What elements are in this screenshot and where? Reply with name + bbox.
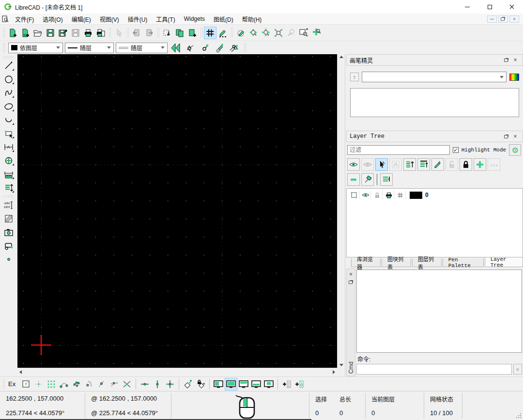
- show-all-layers-button[interactable]: [347, 158, 360, 171]
- ellipse-tool-button[interactable]: [2, 100, 15, 112]
- toolbar-drag-handle[interactable]: [244, 43, 246, 53]
- select-layer-cursor-button[interactable]: A: [375, 158, 388, 171]
- arc-tool-button[interactable]: [2, 114, 15, 126]
- open-file-button[interactable]: [31, 27, 44, 39]
- pen-wizard-list[interactable]: [350, 88, 519, 117]
- toolbar-drag-handle[interactable]: [2, 43, 5, 53]
- rename-layer-button[interactable]: A: [431, 158, 444, 171]
- restrict-orthogonal-button[interactable]: [164, 378, 176, 390]
- new-from-template-button[interactable]: [19, 27, 31, 39]
- mdi-close-button[interactable]: ×: [509, 15, 519, 23]
- match-layer-button[interactable]: A: [488, 158, 500, 171]
- restrict-horizontal-button[interactable]: [138, 378, 151, 390]
- float-panel-icon[interactable]: [502, 56, 511, 64]
- command-options-icon[interactable]: ≡: [513, 364, 522, 375]
- menu-options[interactable]: 选项(O): [38, 14, 67, 25]
- tab-layer-list[interactable]: 图层列表: [412, 258, 442, 267]
- undo-button[interactable]: [130, 27, 143, 39]
- maximize-button[interactable]: [478, 0, 501, 14]
- minimize-button[interactable]: [456, 0, 478, 14]
- zoom-pan-button[interactable]: [310, 27, 323, 39]
- zoom-out-button[interactable]: [260, 27, 272, 39]
- tab-library-browser[interactable]: 库浏览器: [351, 258, 381, 267]
- flatten-layer-button[interactable]: [380, 173, 393, 186]
- layer-name[interactable]: 0: [425, 192, 429, 198]
- menu-file[interactable]: 文件(F): [11, 14, 38, 25]
- circle-tool-button[interactable]: [2, 73, 15, 85]
- draft-mode-button[interactable]: [216, 27, 229, 39]
- scroll-left-arrow[interactable]: [19, 370, 22, 374]
- image-tool-button[interactable]: [2, 226, 15, 238]
- lock-relative-zero-button[interactable]: [194, 378, 207, 390]
- float-panel-icon[interactable]: [347, 278, 355, 286]
- snap-middle-button[interactable]: [95, 378, 108, 390]
- toolbar-drag-handle[interactable]: [231, 28, 233, 38]
- pen-wizard-combo[interactable]: [362, 72, 507, 82]
- snap-grid-button[interactable]: [32, 378, 45, 390]
- dock-bottom-button[interactable]: [250, 378, 262, 390]
- dock-top-button[interactable]: [237, 378, 250, 390]
- restrict-vertical-button[interactable]: [151, 378, 164, 390]
- menu-edit[interactable]: 编辑(E): [67, 14, 95, 25]
- layer-lock-icon[interactable]: [372, 191, 383, 199]
- add-pen-wizard-widget-button[interactable]: [293, 378, 306, 390]
- menu-tools[interactable]: 工具(T): [152, 14, 179, 25]
- menu-view[interactable]: 视图(V): [95, 14, 123, 25]
- frame-icon[interactable]: [349, 191, 359, 199]
- color-palette-button[interactable]: [509, 74, 519, 81]
- toolbar-drag-handle[interactable]: [2, 28, 5, 38]
- block-tool-button[interactable]: [2, 240, 15, 252]
- mdi-restore-button[interactable]: [498, 15, 508, 23]
- mdi-minimize-button[interactable]: [487, 15, 497, 23]
- pen-wizard-spin-button[interactable]: ±: [350, 73, 359, 81]
- line-width-combo[interactable]: 随层: [116, 43, 168, 53]
- copy-button[interactable]: [173, 27, 186, 39]
- unlock-all-layers-button[interactable]: [446, 158, 458, 171]
- snap-points-button[interactable]: [45, 378, 58, 390]
- toolbar-drag-handle[interactable]: [157, 28, 159, 38]
- back-button[interactable]: [169, 42, 182, 54]
- measure-tool-button[interactable]: [2, 168, 15, 180]
- zoom-in-button[interactable]: [247, 27, 260, 39]
- apply-pen-to-entity-button[interactable]: [213, 42, 226, 54]
- command-history[interactable]: [356, 270, 522, 353]
- command-input[interactable]: [356, 364, 512, 375]
- add-command-widget-button[interactable]: [280, 378, 293, 390]
- toolbar-drag-handle[interactable]: [3, 56, 14, 58]
- horizontal-scrollbar[interactable]: [17, 368, 337, 376]
- layer-construction-icon[interactable]: [395, 191, 406, 199]
- move-layer-to-top-button[interactable]: [417, 158, 430, 171]
- menu-widgets[interactable]: Widgets: [180, 14, 209, 24]
- snap-intersection-button[interactable]: [121, 378, 133, 390]
- point-tool-button[interactable]: [2, 253, 15, 265]
- close-panel-icon[interactable]: ×: [511, 133, 520, 140]
- drawing-canvas[interactable]: [17, 54, 337, 368]
- print-preview-button[interactable]: [94, 27, 107, 39]
- spline-tool-button[interactable]: [2, 87, 15, 99]
- save-all-button[interactable]: [69, 27, 82, 39]
- snap-distance-button[interactable]: [108, 378, 121, 390]
- pick-pen-from-entity-button[interactable]: [184, 42, 197, 54]
- save-as-button[interactable]: [57, 27, 69, 39]
- resize-grip[interactable]: [516, 413, 522, 419]
- move-layer-up-button[interactable]: [403, 158, 416, 171]
- dock-left-button[interactable]: [212, 378, 225, 390]
- modify-layer-button[interactable]: [361, 173, 374, 186]
- scroll-up-arrow[interactable]: [339, 56, 343, 58]
- hatch-tool-button[interactable]: [2, 212, 15, 225]
- set-relative-zero-button[interactable]: [182, 378, 194, 390]
- layer-print-icon[interactable]: [384, 191, 394, 199]
- pick-attributes-button[interactable]: [199, 42, 211, 54]
- close-panel-icon[interactable]: ×: [511, 56, 520, 64]
- layer-row[interactable]: 0: [349, 190, 521, 200]
- order-tool-button[interactable]: [2, 181, 15, 194]
- tab-pen-palette[interactable]: Pen Palette: [443, 258, 484, 267]
- hide-all-layers-button[interactable]: [361, 158, 374, 171]
- line-tool-button[interactable]: [2, 60, 15, 72]
- toolbar-drag-handle[interactable]: [108, 28, 111, 38]
- redo-button[interactable]: [143, 27, 155, 39]
- copy-attributes-button[interactable]: [228, 42, 240, 54]
- snap-center-button[interactable]: [83, 378, 95, 390]
- paste-button[interactable]: [186, 27, 199, 39]
- pen-color-combo[interactable]: 依图层: [8, 43, 63, 53]
